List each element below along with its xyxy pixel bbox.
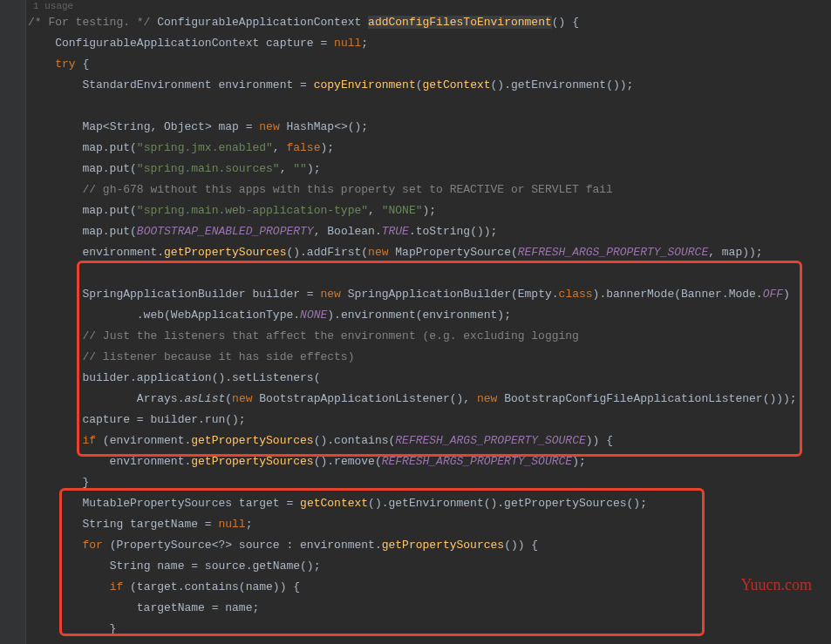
code-line[interactable]: StandardEnvironment environment = copyEn… <box>28 75 797 96</box>
code-line[interactable]: builder.application().setListeners( <box>28 368 797 389</box>
code-line[interactable]: targetName = name; <box>28 598 797 619</box>
code-line[interactable]: for (PropertySource<?> source : environm… <box>28 535 797 556</box>
code-line[interactable]: } <box>28 619 797 640</box>
code-line[interactable]: // Just the listeners that affect the en… <box>28 326 797 347</box>
code-line[interactable]: capture = builder.run(); <box>28 410 797 430</box>
code-line[interactable] <box>28 263 797 284</box>
code-line[interactable]: } <box>28 472 797 493</box>
code-line[interactable]: map.put("spring.jmx.enabled", false); <box>28 138 797 159</box>
code-line[interactable]: /* For testing. */ ConfigurableApplicati… <box>28 12 797 33</box>
code-line[interactable]: // gh-678 without this apps with this pr… <box>28 180 797 200</box>
usage-hint[interactable]: 1 usage <box>33 0 73 12</box>
code-line[interactable] <box>28 96 797 117</box>
code-line[interactable]: if (environment.getPropertySources().con… <box>28 430 797 451</box>
code-line[interactable]: ConfigurableApplicationContext capture =… <box>28 33 797 54</box>
code-line[interactable]: MutablePropertySources target = getConte… <box>28 493 797 514</box>
code-line[interactable]: map.put("spring.main.sources", ""); <box>28 159 797 180</box>
code-line[interactable]: map.put(BOOTSTRAP_ENABLED_PROPERTY, Bool… <box>28 221 797 242</box>
code-line[interactable]: SpringApplicationBuilder builder = new S… <box>28 284 797 305</box>
code-editor[interactable]: /* For testing. */ ConfigurableApplicati… <box>28 12 797 640</box>
code-line[interactable]: Map<String, Object> map = new HashMap<>(… <box>28 117 797 138</box>
code-line[interactable]: // listener because it has side effects) <box>28 347 797 368</box>
code-line[interactable]: map.put("spring.main.web-application-typ… <box>28 200 797 221</box>
code-line[interactable]: environment.getPropertySources().addFirs… <box>28 242 797 263</box>
code-line[interactable]: try { <box>28 54 797 75</box>
code-line[interactable]: .web(WebApplicationType.NONE).environmen… <box>28 305 797 326</box>
code-line[interactable]: if (target.contains(name)) { <box>28 577 797 598</box>
code-line[interactable]: Arrays.asList(new BootstrapApplicationLi… <box>28 389 797 410</box>
editor-gutter <box>0 0 26 644</box>
code-line[interactable]: String name = source.getName(); <box>28 556 797 577</box>
code-line[interactable]: environment.getPropertySources().remove(… <box>28 451 797 472</box>
watermark: Yuucn.com <box>741 574 812 595</box>
code-line[interactable]: String targetName = null; <box>28 514 797 535</box>
